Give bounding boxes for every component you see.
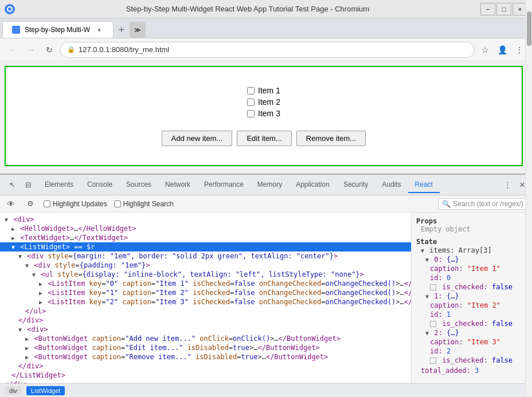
item-2-label[interactable]: Item 2 xyxy=(247,97,280,107)
highlight-updates-checkbox[interactable] xyxy=(44,201,50,207)
tree-line-div-close-btns[interactable]: </div> xyxy=(0,361,411,371)
tree-line-btn-remove[interactable]: ▶ <ButtonWidget caption="Remove item..."… xyxy=(0,352,411,361)
item-2-checkbox[interactable] xyxy=(247,99,255,106)
tab-console[interactable]: Console xyxy=(80,177,119,193)
item-2-text: Item 2 xyxy=(258,97,280,107)
tab-elements[interactable]: Elements xyxy=(38,177,80,193)
devtools-panel: ↖ ⊟ Elements Console Sources Network Per… xyxy=(0,174,532,397)
tab-extra-button[interactable]: ≫ xyxy=(130,22,146,38)
address-input[interactable]: 🔒 127.0.0.1:8080/try_me.html xyxy=(60,42,475,58)
chromium-icon xyxy=(5,4,15,14)
state-item-0-id: id: 0 xyxy=(416,273,527,282)
tree-line-div-padding[interactable]: ▼ <div style={padding: "1em"}> xyxy=(0,261,411,270)
component-tree: ▼ <div> ▶ <HelloWidget>…</HelloWidget> ▶… xyxy=(0,213,412,383)
tab-audits[interactable]: Audits xyxy=(375,177,408,193)
tree-line-div-close-padding[interactable]: </div> xyxy=(0,316,411,325)
edit-item-button[interactable]: Edit item... xyxy=(237,131,291,146)
checkbox-square-icon xyxy=(430,321,436,327)
state-total-added: total_added: 3 xyxy=(416,366,527,375)
bookmark-button[interactable]: ☆ xyxy=(477,42,493,58)
arrow-icon: ▶ xyxy=(11,226,15,232)
tab-memory[interactable]: Memory xyxy=(251,177,289,193)
page-wrapper: Item 1 Item 2 Item 3 Add new item... Edi… xyxy=(0,61,532,397)
tree-line-div-buttons[interactable]: ▼ <div> xyxy=(0,325,411,334)
arrow-icon: ▼ xyxy=(5,217,8,223)
page-scrollbar[interactable] xyxy=(525,61,532,174)
maximize-button[interactable]: □ xyxy=(496,3,511,15)
minimize-icon: − xyxy=(486,6,490,13)
address-url: 127.0.0.1:8080/try_me.html xyxy=(79,45,169,54)
active-tab[interactable]: Step-by-Step Multi-W × xyxy=(2,21,114,38)
highlight-search-label[interactable]: Highlight Search xyxy=(114,200,174,208)
state-item-2-ischecked: is_checked: false xyxy=(416,356,527,365)
arrow-icon: ▶ xyxy=(39,290,42,296)
arrow-icon: ▶ xyxy=(11,235,15,241)
tree-line-listitem-1[interactable]: ▶ <ListItem key="1" caption="Item 2" isC… xyxy=(0,288,411,297)
tree-line-hello-widget[interactable]: ▶ <HelloWidget>…</HelloWidget> xyxy=(0,224,411,233)
tree-line-btn-add[interactable]: ▶ <ButtonWidget caption="Add new item...… xyxy=(0,334,411,343)
tab-react[interactable]: React xyxy=(408,177,440,193)
reload-button[interactable]: ↻ xyxy=(41,42,57,58)
address-bar: ← → ↻ 🔒 127.0.0.1:8080/try_me.html ☆ 👤 ⋮ xyxy=(0,38,532,61)
devtools-cursor-button[interactable]: ↖ xyxy=(5,178,19,192)
search-box[interactable]: 🔍 Search (text or /regex/) xyxy=(438,198,527,210)
devtools-more-button[interactable]: ⋮ xyxy=(500,178,515,192)
close-icon: × xyxy=(518,6,522,13)
new-tab-button[interactable]: + xyxy=(114,22,130,38)
forward-button[interactable]: → xyxy=(23,42,39,58)
highlight-search-checkbox[interactable] xyxy=(114,201,121,207)
devtools-body: ▼ <div> ▶ <HelloWidget>…</HelloWidget> ▶… xyxy=(0,213,532,383)
tree-line-ul[interactable]: ▼ <ul style={display: "inline-block", te… xyxy=(0,270,411,279)
forward-icon: → xyxy=(27,45,35,54)
state-item-0-caption: caption: "Item 1" xyxy=(416,264,527,273)
tree-line-text-widget[interactable]: ▶ <TextWidget>…</TextWidget> xyxy=(0,233,411,242)
tree-line-listitem-2[interactable]: ▶ <ListItem key="2" caption="Item 3" isC… xyxy=(0,297,411,306)
item-3-label[interactable]: Item 3 xyxy=(247,109,280,118)
bottom-tag-listwidget[interactable]: ListWidget xyxy=(26,386,65,395)
highlight-updates-label[interactable]: Highlight Updates xyxy=(44,200,107,208)
profile-button[interactable]: 👤 xyxy=(494,42,510,58)
tree-line-btn-edit[interactable]: ▶ <ButtonWidget caption="Edit item..." i… xyxy=(0,343,411,352)
checkbox-square-icon xyxy=(430,284,436,290)
buttons-row: Add new item... Edit item... Remove item… xyxy=(162,131,366,146)
minimize-button[interactable]: − xyxy=(480,3,495,15)
tab-network[interactable]: Network xyxy=(158,177,197,193)
eye-icon-button[interactable]: 👁 xyxy=(5,198,17,210)
tree-line-listitem-0[interactable]: ▶ <ListItem key="0" caption="Item 1" isC… xyxy=(0,279,411,288)
title-bar: Step-by-Step Multi-Widget React Web App … xyxy=(0,0,532,18)
maximize-icon: □ xyxy=(502,6,506,13)
gear-icon-button[interactable]: ⚙ xyxy=(24,198,37,210)
state-items-array: ▼ items: Array[3] xyxy=(416,246,527,255)
item-1-label[interactable]: Item 1 xyxy=(247,86,280,95)
add-new-item-button[interactable]: Add new item... xyxy=(162,131,233,146)
browser-content: Item 1 Item 2 Item 3 Add new item... Edi… xyxy=(5,66,523,166)
highlight-updates-text: Highlight Updates xyxy=(53,200,107,208)
tree-line-listwidget-close[interactable]: </ListWidget> xyxy=(0,371,411,380)
tree-line-list-widget[interactable]: ▼ <ListWidget> == $r xyxy=(0,242,411,251)
secure-icon: 🔒 xyxy=(67,46,75,53)
arrow-icon: ▼ xyxy=(18,327,22,333)
checkbox-list: Item 1 Item 2 Item 3 xyxy=(247,86,280,118)
tab-sources[interactable]: Sources xyxy=(119,177,158,193)
state-items-label: items: Array[3] xyxy=(429,246,491,254)
item-3-checkbox[interactable] xyxy=(247,110,255,117)
tab-close-button[interactable]: × xyxy=(95,25,104,34)
item-3-text: Item 3 xyxy=(258,109,280,118)
tab-bar: Step-by-Step Multi-W × + ≫ xyxy=(0,18,532,38)
tab-application[interactable]: Application xyxy=(289,177,337,193)
arrow-icon: ▶ xyxy=(39,281,42,287)
tree-line-div-style[interactable]: ▼ <div style={margin: "1em", border: "so… xyxy=(0,251,411,261)
arrow-icon: ▶ xyxy=(25,345,29,351)
state-title: State xyxy=(416,238,527,246)
tab-performance[interactable]: Performance xyxy=(197,177,251,193)
tab-security[interactable]: Security xyxy=(337,177,375,193)
state-item-1: ▼ 1: {…} xyxy=(416,292,527,301)
item-1-checkbox[interactable] xyxy=(247,87,255,95)
tree-line-ul-close[interactable]: </ul> xyxy=(0,306,411,316)
tree-line-div-open[interactable]: ▼ <div> xyxy=(0,215,411,224)
remove-item-button[interactable]: Remove item... xyxy=(296,131,366,146)
tab-favicon xyxy=(12,26,20,34)
bottom-tag-div[interactable]: div xyxy=(5,386,22,395)
devtools-pane-button[interactable]: ⊟ xyxy=(21,178,36,192)
back-button[interactable]: ← xyxy=(5,42,21,58)
